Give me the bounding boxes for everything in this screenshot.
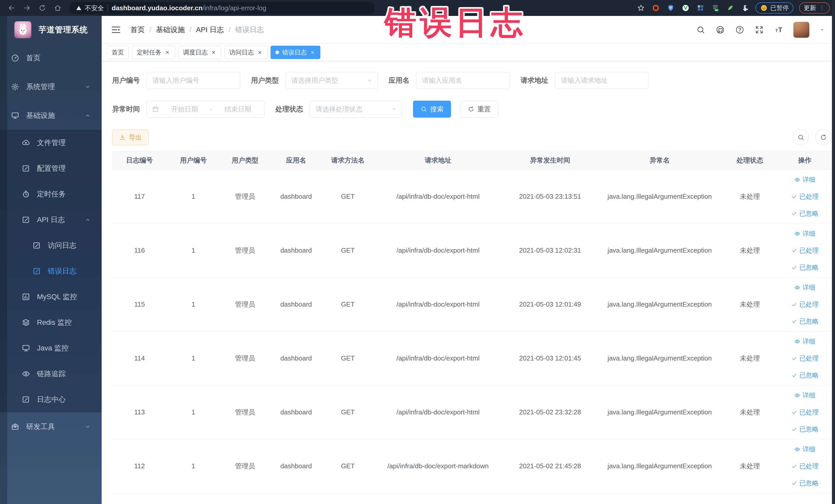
eye-icon — [794, 446, 800, 452]
bookmark-star-button[interactable] — [636, 3, 646, 13]
sidebar-item-13[interactable]: 日志中心 — [0, 387, 102, 412]
cell-exception: java.lang.IllegalArgumentException — [598, 278, 721, 331]
address-bar[interactable]: 不安全 dashboard.yudao.iocoder.cn/infra/log… — [69, 2, 375, 14]
tab-tag-1[interactable]: 定时任务 — [132, 46, 175, 59]
user-avatar[interactable] — [793, 22, 809, 38]
sidebar-item-9[interactable]: MySQL 监控 — [0, 284, 102, 310]
sidebar-item-14[interactable]: 研发工具 — [0, 412, 102, 441]
tab-tag-3[interactable]: 访问日志 — [224, 46, 267, 59]
sidebar-item-4[interactable]: 配置管理 — [0, 156, 102, 181]
cell-time: 2021-05-03 23:13:51 — [502, 170, 598, 224]
browser-home-button[interactable] — [51, 2, 64, 14]
breadcrumb-item-2[interactable]: API 日志 — [196, 25, 224, 35]
sidebar-item-1[interactable]: 系统管理 — [0, 73, 102, 101]
sidebar-item-10[interactable]: Redis 监控 — [0, 310, 102, 335]
filter-row-1: 用户编号 用户类型 请选择用户类型 应用名 请求地址 — [112, 72, 831, 89]
header-search-button[interactable] — [696, 25, 706, 35]
font-size-button[interactable]: TT — [774, 25, 784, 35]
sidebar-item-label: MySQL 监控 — [37, 292, 77, 302]
detail-link[interactable]: 详细 — [794, 225, 815, 242]
extension-puzzle-icon[interactable] — [740, 3, 750, 13]
breadcrumb-item-1[interactable]: 基础设施 — [156, 25, 185, 35]
user-id-input[interactable] — [147, 72, 240, 89]
cell-user_type: 管理员 — [220, 170, 270, 224]
mark-processed-link[interactable]: 已处理 — [791, 188, 819, 205]
process-status-select[interactable]: 请选择处理状态 — [310, 101, 402, 118]
detail-link[interactable]: 详细 — [794, 441, 815, 458]
tag-label: 定时任务 — [137, 48, 161, 57]
mark-ignored-link[interactable]: 已忽略 — [791, 475, 819, 492]
cell-app: dashboard — [270, 224, 322, 278]
help-button[interactable] — [735, 25, 745, 35]
toggle-search-button[interactable] — [793, 129, 809, 145]
sidebar-item-label: 定时任务 — [37, 189, 66, 199]
extension-v-icon[interactable] — [681, 3, 690, 13]
tab-tag-0[interactable]: 首页 — [107, 46, 129, 59]
close-icon[interactable] — [165, 49, 170, 55]
mark-processed-link[interactable]: 已处理 — [791, 404, 819, 421]
cell-method: GET — [322, 278, 374, 331]
app-logo-row[interactable]: 芋道管理系统 — [0, 16, 102, 44]
user-type-select[interactable]: 请选择用户类型 — [285, 72, 378, 89]
extension-shield-icon[interactable] — [666, 3, 675, 13]
close-icon[interactable] — [257, 49, 263, 55]
sidebar-item-11[interactable]: Java 监控 — [0, 335, 102, 361]
user-type-placeholder: 请选择用户类型 — [291, 76, 338, 85]
cell-app: dashboard — [270, 331, 322, 385]
extension-leaf-icon[interactable] — [726, 3, 735, 13]
mark-ignored-link[interactable]: 已忽略 — [791, 259, 819, 276]
tab-tag-2[interactable]: 调度日志 — [178, 46, 221, 59]
mark-ignored-link[interactable]: 已忽略 — [791, 421, 819, 438]
extension-leaf-icon — [726, 4, 734, 12]
process-status-placeholder: 请选择处理状态 — [316, 105, 363, 114]
detail-link[interactable]: 详细 — [794, 279, 815, 296]
breadcrumb-item-0[interactable]: 首页 — [130, 25, 145, 35]
github-link-button[interactable] — [715, 25, 725, 35]
cell-url: /api/infra/db-doc/export-html — [374, 170, 502, 224]
mark-processed-link[interactable]: 已处理 — [791, 458, 819, 475]
sidebar-item-0[interactable]: 首页 — [0, 44, 102, 73]
sidebar-item-2[interactable]: 基础设施 — [0, 101, 102, 130]
sidebar-item-3[interactable]: 文件管理 — [0, 130, 102, 156]
mark-ignored-link[interactable]: 已忽略 — [791, 313, 819, 330]
sidebar-toggle-button[interactable] — [111, 25, 122, 35]
sidebar-item-5[interactable]: 定时任务 — [0, 181, 102, 207]
mark-ignored-link[interactable]: 已忽略 — [791, 205, 819, 222]
sidebar-item-12[interactable]: 链路追踪 — [0, 361, 102, 387]
menu-dots-icon — [819, 5, 825, 11]
exception-time-range-picker[interactable]: 开始日期 - 结束日期 — [147, 101, 265, 118]
sidebar-item-8[interactable]: 错误日志 — [0, 258, 102, 284]
chevron-down-icon — [84, 423, 91, 430]
detail-link[interactable]: 详细 — [794, 171, 815, 188]
refresh-table-button[interactable] — [815, 129, 831, 145]
extension-on-icon[interactable]: on — [711, 3, 720, 13]
sidebar-item-6[interactable]: API 日志 — [0, 207, 102, 233]
detail-link[interactable]: 详细 — [794, 387, 815, 404]
profile-paused-badge[interactable]: 已暂停 — [755, 2, 793, 14]
extension-grid-icon[interactable] — [696, 3, 705, 13]
export-button[interactable]: 导出 — [112, 129, 149, 145]
check-icon — [791, 355, 797, 362]
tab-tag-4[interactable]: 错误日志 — [270, 46, 320, 59]
mark-processed-link[interactable]: 已处理 — [791, 242, 819, 259]
fullscreen-button[interactable] — [754, 25, 764, 35]
detail-link[interactable]: 详细 — [794, 333, 815, 350]
reset-button[interactable]: 重置 — [460, 101, 498, 118]
avatar-caret-button[interactable] — [819, 27, 825, 33]
search-button[interactable]: 搜索 — [413, 101, 451, 118]
sidebar-item-7[interactable]: 访问日志 — [0, 233, 102, 258]
browser-forward-button[interactable] — [21, 2, 33, 14]
close-icon[interactable] — [211, 49, 217, 55]
close-icon[interactable] — [310, 49, 315, 55]
cell-time: 2021-05-02 23:32:28 — [502, 385, 598, 439]
app-name-input[interactable] — [416, 72, 510, 89]
extension-ring-icon[interactable] — [651, 3, 660, 13]
ignored-link-label: 已忽略 — [799, 371, 819, 380]
browser-reload-button[interactable] — [36, 2, 49, 14]
mark-processed-link[interactable]: 已处理 — [791, 350, 819, 367]
browser-update-button[interactable]: 更新 — [799, 2, 830, 14]
mark-ignored-link[interactable]: 已忽略 — [791, 367, 819, 384]
mark-processed-link[interactable]: 已处理 — [791, 296, 819, 313]
request-url-input[interactable] — [555, 72, 649, 89]
browser-back-button[interactable] — [5, 2, 18, 14]
